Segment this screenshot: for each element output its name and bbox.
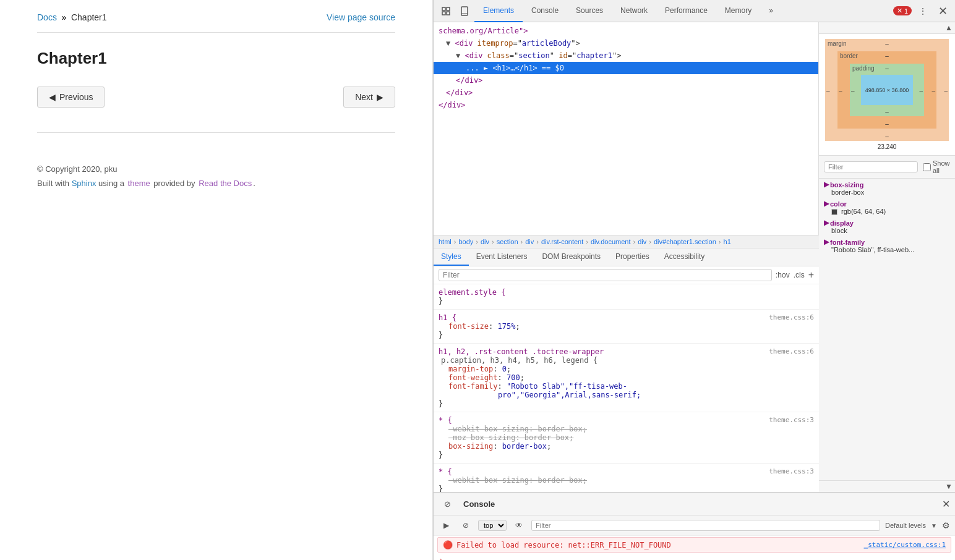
rtd-link[interactable]: Read the Docs: [199, 179, 252, 188]
right-panel: ▲ margin – – – –: [819, 22, 955, 492]
error-continuation-icon: ›: [439, 556, 443, 560]
tab-console[interactable]: Console: [523, 0, 567, 22]
devtools-close-button[interactable]: ✕: [934, 2, 951, 20]
previous-button[interactable]: ◀ Previous: [37, 87, 105, 108]
tab-network[interactable]: Network: [612, 0, 656, 22]
crumb-div2[interactable]: div: [525, 238, 534, 245]
box-margin-left: –: [826, 87, 830, 93]
box-padding-top: –: [885, 65, 889, 72]
console-block-button[interactable]: ⊘: [458, 518, 473, 533]
cls-button[interactable]: .cls: [794, 271, 805, 279]
tab-styles[interactable]: Styles: [434, 248, 469, 266]
dom-line: schema.org/Article">: [434, 25, 818, 37]
crumb-h1[interactable]: h1: [724, 238, 731, 245]
console-filter-input[interactable]: [531, 520, 880, 531]
tab-properties[interactable]: Properties: [608, 248, 657, 266]
crumb-div1[interactable]: div: [481, 238, 489, 245]
tab-accessibility[interactable]: Accessibility: [657, 248, 712, 266]
crumb-div-document[interactable]: div.document: [591, 238, 631, 245]
show-all-checkbox[interactable]: [923, 163, 931, 171]
console-context-select[interactable]: top: [478, 520, 507, 531]
scroll-down-button[interactable]: ▼: [945, 482, 953, 491]
console-close-button[interactable]: ✕: [942, 498, 950, 510]
tab-dom-breakpoints[interactable]: DOM Breakpoints: [534, 248, 608, 266]
crumb-html[interactable]: html: [439, 238, 452, 245]
console-error-row: 🔴 Failed to load resource: net::ERR_FILE…: [437, 537, 951, 553]
error-badge: ✕ 1: [893, 6, 912, 15]
box-border-top: –: [885, 53, 889, 59]
error-message: Failed to load resource: net::ERR_FILE_N…: [456, 541, 860, 549]
computed-item-color: ▶ color rgb(64, 64, 64): [819, 198, 955, 217]
error-circle-icon: 🔴: [443, 540, 453, 549]
css-block-star2: * { theme.css:3 -webkit-box-sizing: bord…: [434, 464, 819, 492]
dom-line-selected[interactable]: ... ► <h1>…</h1> == $0: [434, 62, 818, 74]
css-block-h1-h2: h1, h2, .rst-content .toctree-wrapper th…: [434, 344, 819, 412]
crumb-section[interactable]: section: [497, 238, 518, 245]
default-levels-dropdown[interactable]: Default levels: [885, 522, 926, 529]
hov-button[interactable]: :hov: [776, 271, 790, 279]
color-swatch: [831, 209, 837, 215]
console-settings-button[interactable]: ⚙: [942, 520, 950, 530]
box-model-container: margin – – – – border – –: [819, 34, 955, 156]
devtools-tabs: Elements Console Sources Network Perform…: [474, 0, 892, 22]
console-clear-button[interactable]: ⊘: [439, 495, 456, 512]
tab-more[interactable]: »: [760, 0, 782, 22]
console-toolbar: ⊘ Console ✕: [434, 493, 955, 515]
box-margin-dash: –: [885, 40, 889, 47]
console-filter-row: ▶ ⊘ top 👁 Default levels ▼ ⚙: [434, 515, 955, 536]
box-padding-right: –: [919, 87, 923, 93]
console-run-button[interactable]: ▶: [439, 518, 453, 533]
box-margin-bottom: –: [885, 133, 889, 140]
tab-event-listeners[interactable]: Event Listeners: [469, 248, 535, 266]
error-count: 1: [904, 7, 908, 15]
top-divider: [37, 32, 395, 33]
provided-by-text: provided by: [153, 179, 195, 188]
svg-rect-1: [447, 7, 450, 11]
styles-filter-input[interactable]: [439, 269, 772, 281]
tab-performance[interactable]: Performance: [656, 0, 716, 22]
dom-line: </div>: [434, 87, 818, 99]
crumb-div-chapter1[interactable]: div#chapter1.section: [654, 238, 716, 245]
computed-filter-input[interactable]: [824, 161, 918, 172]
theme-link[interactable]: theme: [128, 179, 150, 188]
box-margin-right: –: [944, 87, 948, 93]
styles-scroll[interactable]: element.style { } h1 { theme.css:6 font-…: [434, 284, 819, 492]
crumb-body[interactable]: body: [458, 238, 473, 245]
dom-close: ">: [519, 27, 528, 35]
built-with-text: Built with: [37, 179, 69, 188]
devtools-menu-button[interactable]: ⋮: [914, 2, 931, 20]
crumb-div-rst-content[interactable]: div.rst-content: [541, 238, 583, 245]
computed-item-display: ▶ display block: [819, 217, 955, 236]
add-style-button[interactable]: +: [808, 269, 814, 281]
element-breadcrumb: html › body › div › section › div › div.…: [434, 235, 819, 248]
crumb-div3[interactable]: div: [638, 238, 646, 245]
dom-line: ▼ <div itemprop="articleBody">: [434, 37, 818, 49]
box-padding-label: padding: [852, 65, 875, 72]
view-source-link[interactable]: View page source: [327, 12, 395, 22]
scroll-up-button[interactable]: ▲: [945, 23, 953, 32]
next-icon: ▶: [377, 92, 383, 102]
show-all-label[interactable]: Show all: [923, 159, 950, 174]
tab-elements[interactable]: Elements: [474, 0, 523, 22]
sphinx-link[interactable]: Sphinx: [72, 179, 96, 188]
page-title: Chapter1: [37, 49, 395, 68]
dom-tree[interactable]: schema.org/Article"> ▼ <div itemprop="ar…: [434, 22, 819, 235]
box-border-left: –: [839, 87, 842, 93]
error-source-link[interactable]: _static/custom.css:1: [864, 541, 946, 549]
tab-sources[interactable]: Sources: [567, 0, 612, 22]
device-mode-button[interactable]: [456, 2, 473, 20]
next-button[interactable]: Next ▶: [343, 87, 395, 108]
element-picker-button[interactable]: [437, 2, 455, 20]
expand-icon: ▶: [824, 238, 829, 246]
breadcrumb-docs[interactable]: Docs: [37, 12, 57, 22]
elements-top: schema.org/Article"> ▼ <div itemprop="ar…: [434, 22, 955, 492]
tab-memory[interactable]: Memory: [716, 0, 760, 22]
css-block-h1: h1 { theme.css:6 font-size: 175%; }: [434, 310, 819, 344]
expand-icon: ▶: [824, 180, 829, 189]
css-block-star1: * { theme.css:3 -webkit-box-sizing: bord…: [434, 412, 819, 464]
box-border-bottom: –: [885, 121, 889, 127]
computed-filter: Show all: [819, 156, 955, 179]
console-eye-button[interactable]: 👁: [512, 518, 526, 533]
nav-buttons: ◀ Previous Next ▶: [37, 87, 395, 108]
copyright-text: © Copyright 2020, pku: [37, 164, 118, 174]
